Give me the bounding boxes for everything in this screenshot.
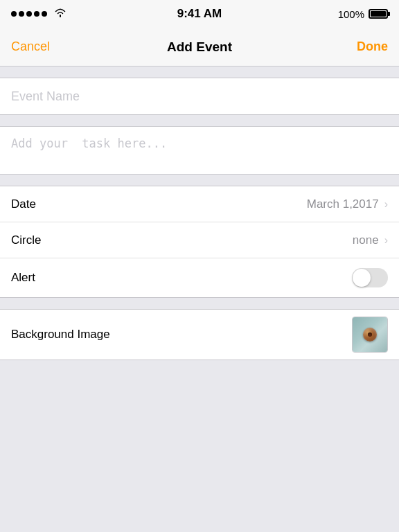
separator-4 xyxy=(0,298,399,309)
alert-label: Alert xyxy=(11,271,352,285)
separator-2 xyxy=(0,115,399,126)
signal-area xyxy=(11,8,66,20)
done-button[interactable]: Done xyxy=(357,39,388,54)
background-image-thumbnail[interactable] xyxy=(352,317,388,353)
toggle-track xyxy=(352,268,388,287)
battery-area: 100% xyxy=(338,8,388,20)
page-title: Add Event xyxy=(167,39,232,55)
signal-dot-3 xyxy=(26,11,32,17)
detail-section: Date March 1,2017 › Circle none › Alert xyxy=(0,186,399,298)
circle-value: none xyxy=(353,233,379,247)
alert-row: Alert xyxy=(0,258,399,297)
event-name-input[interactable] xyxy=(11,89,388,104)
separator-1 xyxy=(0,66,399,78)
background-image-section: Background Image xyxy=(0,309,399,360)
background-image-label: Background Image xyxy=(11,328,352,342)
event-name-row xyxy=(0,78,399,114)
wifi-icon xyxy=(54,8,66,20)
cancel-button[interactable]: Cancel xyxy=(11,39,50,54)
background-image-preview xyxy=(353,317,387,352)
task-row xyxy=(0,127,399,174)
alert-toggle[interactable] xyxy=(352,268,388,287)
date-chevron-icon: › xyxy=(384,198,388,211)
circle-row[interactable]: Circle none › xyxy=(0,222,399,258)
signal-dot-5 xyxy=(42,11,47,17)
task-input[interactable] xyxy=(11,136,388,164)
lock-icon xyxy=(363,328,377,342)
date-row[interactable]: Date March 1,2017 › xyxy=(0,186,399,222)
signal-dot-1 xyxy=(11,11,17,17)
circle-label: Circle xyxy=(11,233,353,247)
status-bar: 9:41 AM 100% xyxy=(0,0,399,28)
circle-chevron-icon: › xyxy=(384,234,388,247)
event-name-section xyxy=(0,78,399,115)
background-image-row[interactable]: Background Image xyxy=(0,310,399,360)
task-section xyxy=(0,126,399,175)
signal-dot-2 xyxy=(19,11,24,17)
date-value: March 1,2017 xyxy=(307,197,379,211)
battery-percent: 100% xyxy=(338,8,364,20)
status-time: 9:41 AM xyxy=(177,7,222,21)
date-label: Date xyxy=(11,197,307,211)
separator-3 xyxy=(0,175,399,186)
signal-dots xyxy=(11,11,47,17)
toggle-thumb xyxy=(353,269,371,287)
signal-dot-4 xyxy=(34,11,39,17)
nav-bar: Cancel Add Event Done xyxy=(0,28,399,66)
battery-icon xyxy=(369,9,388,19)
